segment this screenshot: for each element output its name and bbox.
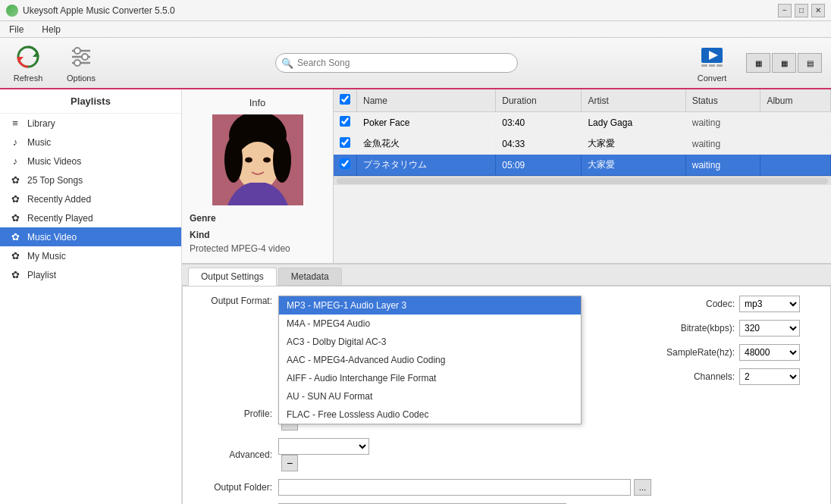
sidebar-item-music[interactable]: ♪ Music (0, 133, 181, 152)
svg-point-8 (74, 60, 80, 66)
col-header-duration[interactable]: Duration (496, 89, 582, 112)
codec-row: Codec: mp3 (666, 296, 818, 312)
svg-rect-11 (701, 64, 707, 67)
samplerate-row: SampleRate(hz): 4410048000 (666, 344, 818, 361)
row-checkbox[interactable] (340, 116, 350, 127)
svg-rect-12 (709, 64, 715, 67)
table-horizontal-scrollbar[interactable] (334, 176, 831, 185)
window-title: Ukeysoft Apple Music Converter 5.5.0 (23, 5, 175, 16)
view-btn-1[interactable]: ▦ (746, 53, 770, 73)
maximize-button[interactable]: □ (795, 4, 808, 17)
top-area: Info (182, 89, 831, 264)
sidebar-item-music-video[interactable]: ✿ Music Video (0, 227, 181, 246)
browse-button[interactable]: ... (634, 479, 651, 496)
options-icon (67, 43, 95, 70)
svg-rect-13 (717, 64, 723, 67)
cell-status: waiting (685, 155, 760, 176)
cell-status: waiting (685, 133, 760, 155)
table-row[interactable]: 金魚花火04:33大家愛waiting (334, 133, 831, 155)
advanced-label: Advanced: (195, 449, 278, 460)
convert-button[interactable]: Convert (693, 43, 731, 83)
format-option-aac[interactable]: AAC - MPEG4-Advanced Audio Coding (279, 351, 581, 369)
cell-name: Poker Face (357, 112, 496, 133)
bitrate-select[interactable]: 128192256320 (739, 320, 800, 337)
cell-artist: Lady Gaga (582, 112, 685, 133)
sidebar-item-label: Music Video (27, 232, 77, 243)
song-table-container[interactable]: Name Duration Artist Status Album Poker … (334, 89, 831, 263)
output-folder-input[interactable] (278, 479, 631, 496)
refresh-button[interactable]: Refresh (9, 43, 47, 83)
sidebar-item-my-music[interactable]: ✿ My Music (0, 246, 181, 265)
row-checkbox[interactable] (340, 158, 350, 169)
search-input[interactable] (275, 53, 518, 73)
title-bar-controls: − □ ✕ (778, 4, 825, 17)
thumbnail-image (212, 114, 303, 205)
view-btn-3[interactable]: ▤ (798, 53, 822, 73)
col-header-status[interactable]: Status (685, 89, 760, 112)
svg-point-20 (245, 158, 252, 163)
col-header-name[interactable]: Name (357, 89, 496, 112)
song-table-body: Poker Face03:40Lady Gagawaiting金魚花火04:33… (334, 112, 831, 176)
profile-label: Profile: (195, 409, 278, 419)
view-btn-2[interactable]: ▦ (772, 53, 796, 73)
channels-label: Channels: (666, 371, 735, 382)
menu-help[interactable]: Help (39, 23, 64, 36)
menu-file[interactable]: File (6, 23, 27, 36)
sidebar-item-label: 25 Top Songs (27, 175, 83, 186)
tab-metadata[interactable]: Metadata (278, 268, 342, 285)
format-option-m4a[interactable]: M4A - MPEG4 Audio (279, 315, 581, 333)
bitrate-label: Bitrate(kbps): (666, 323, 735, 333)
song-table: Name Duration Artist Status Album Poker … (334, 89, 831, 176)
sidebar-item-label: Music Videos (27, 156, 81, 167)
settings-left: Output Format: MP3 - MPEG-1 Audio Layer … (195, 296, 651, 504)
svg-point-19 (273, 137, 291, 183)
channels-select[interactable]: 12 (739, 368, 800, 385)
sidebar-item-25-top-songs[interactable]: ✿ 25 Top Songs (0, 171, 181, 189)
scrollbar-track (337, 178, 828, 184)
cell-status: waiting (685, 112, 760, 133)
select-all-checkbox[interactable] (340, 94, 350, 105)
advanced-row: Advanced: − (195, 438, 651, 471)
sidebar-item-label: Recently Played (27, 213, 93, 224)
samplerate-select[interactable]: 4410048000 (739, 344, 800, 361)
options-button[interactable]: Options (62, 43, 100, 83)
main-content: Playlists ≡ Library ♪ Music ♪ Music Vide… (0, 89, 831, 504)
col-header-check[interactable] (334, 89, 357, 112)
info-kind-label: Kind (190, 230, 325, 240)
info-thumbnail (212, 114, 303, 205)
col-header-artist[interactable]: Artist (582, 89, 685, 112)
format-option-flac[interactable]: FLAC - Free Lossless Audio Codec (279, 405, 581, 424)
minimize-button[interactable]: − (778, 4, 792, 17)
app-icon (6, 5, 18, 17)
advanced-select[interactable] (278, 438, 369, 455)
tab-output-settings[interactable]: Output Settings (188, 268, 277, 286)
cell-name: プラネタリウム (357, 155, 496, 176)
codec-select[interactable]: mp3 (739, 296, 800, 312)
advanced-control: − (278, 438, 651, 471)
output-folder-control: ... (278, 479, 651, 496)
format-option-ac3[interactable]: AC3 - Dolby Digital AC-3 (279, 333, 581, 351)
format-option-mp3[interactable]: MP3 - MPEG-1 Audio Layer 3 (279, 296, 581, 315)
close-button[interactable]: ✕ (811, 4, 825, 17)
cell-album (760, 155, 831, 176)
format-option-au[interactable]: AU - SUN AU Format (279, 387, 581, 405)
cell-album (760, 112, 831, 133)
row-checkbox[interactable] (340, 137, 350, 148)
output-format-label: Output Format: (195, 296, 278, 306)
bitrate-row: Bitrate(kbps): 128192256320 (666, 320, 818, 337)
top-songs-icon: ✿ (9, 174, 21, 186)
sidebar-item-recently-added[interactable]: ✿ Recently Added (0, 189, 181, 208)
sidebar-item-recently-played[interactable]: ✿ Recently Played (0, 208, 181, 227)
sidebar-item-library[interactable]: ≡ Library (0, 114, 181, 133)
sidebar-item-music-videos[interactable]: ♪ Music Videos (0, 152, 181, 171)
info-title: Info (190, 97, 325, 108)
table-row[interactable]: Poker Face03:40Lady Gagawaiting (334, 112, 831, 133)
sidebar-item-label: Playlist (27, 270, 56, 280)
music-icon: ♪ (9, 136, 21, 148)
advanced-minus-button[interactable]: − (281, 455, 298, 471)
table-row[interactable]: プラネタリウム05:09大家愛waiting (334, 155, 831, 176)
format-dropdown[interactable]: MP3 - MPEG-1 Audio Layer 3M4A - MPEG4 Au… (278, 296, 582, 424)
col-header-album[interactable]: Album (760, 89, 831, 112)
format-option-aiff[interactable]: AIFF - Audio Interchange File Format (279, 369, 581, 387)
sidebar-item-playlist[interactable]: ✿ Playlist (0, 265, 181, 284)
